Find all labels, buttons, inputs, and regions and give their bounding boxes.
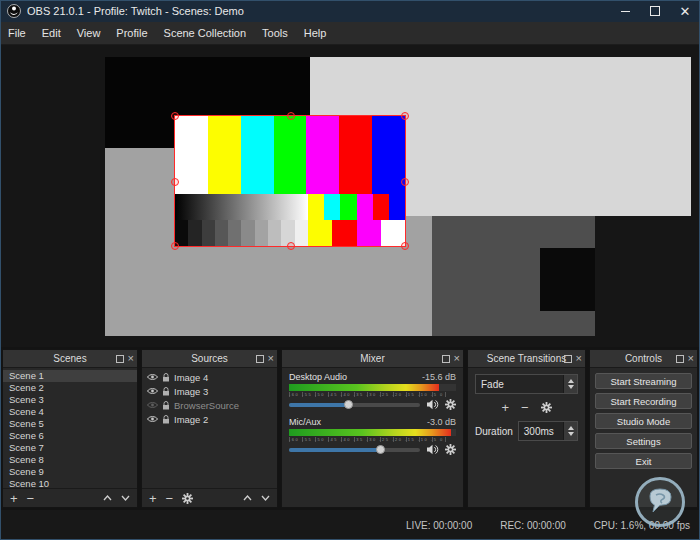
scene-list-item[interactable]: Scene 2: [3, 382, 137, 394]
scene-list-item[interactable]: Scene 6: [3, 430, 137, 442]
exit-button[interactable]: Exit: [595, 453, 692, 469]
source-label: Image 2: [174, 414, 208, 425]
float-dock-icon[interactable]: [676, 355, 684, 363]
selection-handle-middle-right[interactable]: [401, 178, 409, 186]
channel-settings-gear-icon[interactable]: [445, 399, 456, 410]
speaker-icon[interactable]: [426, 444, 439, 455]
lock-icon[interactable]: [162, 387, 170, 396]
menu-profile[interactable]: Profile: [108, 22, 155, 44]
lock-icon[interactable]: [162, 415, 170, 424]
scene-list-item[interactable]: Scene 9: [3, 466, 137, 478]
menu-tools[interactable]: Tools: [254, 22, 296, 44]
menu-scene-collection[interactable]: Scene Collection: [156, 22, 255, 44]
volume-slider-handle[interactable]: [376, 445, 385, 454]
start-streaming-button[interactable]: Start Streaming: [595, 373, 692, 389]
selection-handle-top-right[interactable]: [401, 112, 409, 120]
settings-button[interactable]: Settings: [595, 433, 692, 449]
transition-properties-gear-icon[interactable]: [541, 402, 552, 413]
scene-list-item[interactable]: Scene 4: [3, 406, 137, 418]
close-dock-icon[interactable]: ×: [576, 353, 582, 364]
scene-list-item[interactable]: Scene 1: [3, 370, 137, 382]
selection-handle-middle-left[interactable]: [171, 178, 179, 186]
transitions-panel-header[interactable]: Scene Transitions ×: [468, 350, 585, 368]
duration-label: Duration: [475, 426, 513, 437]
controls-panel-header[interactable]: Controls ×: [590, 350, 697, 368]
studio-mode-button[interactable]: Studio Mode: [595, 413, 692, 429]
lock-icon[interactable]: [162, 373, 170, 382]
transition-select[interactable]: Fade: [475, 374, 578, 394]
move-scene-up-button[interactable]: [103, 495, 112, 501]
float-dock-icon[interactable]: [116, 355, 124, 363]
selection-handle-bottom-middle[interactable]: [287, 242, 295, 250]
chevron-down-icon: [568, 432, 574, 436]
selection-handle-top-middle[interactable]: [287, 112, 295, 120]
sources-panel-header[interactable]: Sources ×: [142, 350, 277, 368]
preview-source-black-small[interactable]: [540, 248, 595, 311]
speaker-icon[interactable]: [426, 399, 439, 410]
remove-transition-button[interactable]: −: [521, 401, 529, 414]
minimize-button[interactable]: [610, 0, 640, 22]
scene-list-item[interactable]: Scene 3: [3, 394, 137, 406]
close-dock-icon[interactable]: ×: [268, 353, 274, 364]
move-scene-down-button[interactable]: [121, 495, 130, 501]
remove-scene-button[interactable]: −: [27, 492, 35, 505]
menu-view[interactable]: View: [69, 22, 109, 44]
scenes-panel-title: Scenes: [53, 353, 86, 364]
float-dock-icon[interactable]: [256, 355, 264, 363]
channel-settings-gear-icon[interactable]: [445, 444, 456, 455]
chevron-up-icon: [568, 426, 574, 430]
scene-list-item[interactable]: Scene 10: [3, 478, 137, 488]
scene-list-item[interactable]: Scene 7: [3, 442, 137, 454]
close-button[interactable]: ✕: [670, 0, 700, 22]
maximize-icon: [650, 6, 660, 16]
menu-edit[interactable]: Edit: [34, 22, 69, 44]
float-dock-icon[interactable]: [564, 355, 572, 363]
add-source-button[interactable]: +: [149, 492, 157, 505]
volume-slider[interactable]: [289, 403, 420, 407]
channel-level-db: -3.0 dB: [427, 417, 456, 427]
meter-scale: -60 -55 -50 -45 -40 -35 -30 -25 -20 -15 …: [289, 437, 456, 442]
testpattern-mid-strip: [175, 194, 405, 220]
remove-source-button[interactable]: −: [166, 492, 174, 505]
source-list-item[interactable]: BrowserSource: [142, 398, 277, 412]
close-dock-icon[interactable]: ×: [128, 353, 134, 364]
scene-list-item[interactable]: Scene 8: [3, 454, 137, 466]
menu-help[interactable]: Help: [296, 22, 335, 44]
preview-area: [0, 45, 700, 347]
eye-icon[interactable]: [147, 373, 158, 381]
source-list-item[interactable]: Image 4: [142, 370, 277, 384]
eye-icon[interactable]: [147, 387, 158, 395]
selection-handle-bottom-left[interactable]: [171, 242, 179, 250]
mixer-panel-header[interactable]: Mixer ×: [282, 350, 463, 368]
volume-slider[interactable]: [289, 448, 420, 452]
duration-spinbox[interactable]: 300ms: [518, 421, 578, 441]
selection-handle-top-left[interactable]: [171, 112, 179, 120]
scene-list-item[interactable]: Scene 5: [3, 418, 137, 430]
add-scene-button[interactable]: +: [10, 492, 18, 505]
duration-spin-arrows[interactable]: [563, 422, 577, 440]
testpattern-minibars: [308, 194, 405, 220]
eye-hidden-icon[interactable]: [147, 401, 158, 409]
live-timer: LIVE: 00:00:00: [406, 520, 472, 531]
float-dock-icon[interactable]: [442, 355, 450, 363]
maximize-button[interactable]: [640, 0, 670, 22]
start-recording-button[interactable]: Start Recording: [595, 393, 692, 409]
duration-value: 300ms: [519, 426, 563, 437]
transition-select-arrows[interactable]: [563, 375, 577, 393]
move-source-down-button[interactable]: [261, 495, 270, 501]
status-bar: LIVE: 00:00:00 REC: 00:00:00 CPU: 1.6%, …: [0, 510, 700, 540]
scenes-panel-header[interactable]: Scenes ×: [3, 350, 137, 368]
source-properties-gear-icon[interactable]: [182, 493, 193, 504]
eye-icon[interactable]: [147, 415, 158, 423]
lock-icon[interactable]: [162, 401, 170, 410]
selection-handle-bottom-right[interactable]: [401, 242, 409, 250]
source-list-item[interactable]: Image 3: [142, 384, 277, 398]
source-list-item[interactable]: Image 2: [142, 412, 277, 426]
volume-slider-handle[interactable]: [344, 400, 353, 409]
add-transition-button[interactable]: +: [501, 401, 509, 414]
selected-source-testpattern[interactable]: [175, 116, 405, 246]
move-source-up-button[interactable]: [243, 495, 252, 501]
close-dock-icon[interactable]: ×: [454, 353, 460, 364]
menu-file[interactable]: File: [0, 22, 34, 44]
close-dock-icon[interactable]: ×: [688, 353, 694, 364]
